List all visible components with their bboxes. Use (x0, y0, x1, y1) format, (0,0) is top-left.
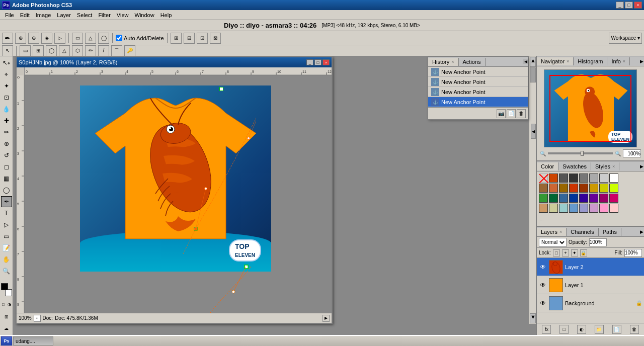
swatch-magenta[interactable] (599, 194, 608, 203)
menu-layer[interactable]: Layer (54, 11, 74, 19)
swatch-light-teal[interactable] (559, 204, 568, 213)
move-tool-btn[interactable]: ↖✥ (1, 57, 12, 68)
menu-help[interactable]: Help (157, 11, 175, 19)
canvas-title-controls[interactable]: _ □ × (306, 59, 330, 65)
opacity-input[interactable] (589, 238, 607, 246)
lock-all-btn[interactable]: 🔒 (580, 249, 587, 256)
nav-zoom-thumb[interactable] (581, 151, 584, 156)
crop-tool-btn[interactable]: ⊡ (1, 92, 12, 103)
swatch-dark-gray[interactable] (559, 174, 568, 183)
swatch-tan[interactable] (539, 184, 548, 193)
history-item-3[interactable]: ⚓ New Anchor Point (428, 87, 528, 97)
layer-row-background[interactable]: 👁 Background 🔒 (537, 294, 644, 312)
history-delete-btn[interactable]: 🗑 (517, 109, 526, 118)
swatch-pink[interactable] (599, 204, 608, 213)
title-bar-controls[interactable]: _ □ × (616, 2, 642, 9)
background-color[interactable] (5, 289, 12, 296)
pen-tool-option1[interactable]: ✒ (2, 33, 13, 44)
canvas-minimize-btn[interactable]: _ (306, 59, 313, 65)
swatch-dark-pink[interactable] (609, 194, 618, 203)
tool-option-9[interactable]: ⌒ (111, 45, 122, 56)
tool-option-3[interactable]: ⊞ (33, 45, 44, 56)
menu-edit[interactable]: Edit (17, 11, 33, 19)
tab-paths[interactable]: Paths (599, 228, 621, 236)
menu-window[interactable]: Window (132, 11, 157, 19)
add-mask-btn[interactable]: □ (559, 325, 569, 334)
normal-mode-btn[interactable]: □ (1, 299, 6, 310)
tab-swatches[interactable]: Swatches (558, 162, 591, 170)
dodge-btn[interactable]: ◯ (1, 185, 12, 196)
nav-options-btn[interactable]: ▶ (639, 59, 644, 64)
close-button[interactable]: × (634, 2, 642, 9)
swatch-brown-orange[interactable] (549, 184, 558, 193)
color-options-btn[interactable]: ▶ (639, 164, 644, 169)
tool-option-6[interactable]: ⬡ (72, 45, 83, 56)
path-select-btn[interactable]: ▷ (1, 219, 12, 230)
swatch-gray[interactable] (579, 174, 588, 183)
layer1-visibility-btn[interactable]: 👁 (539, 281, 547, 289)
menu-image[interactable]: Image (33, 11, 54, 19)
zoom-indicator-btn[interactable]: ↔ (34, 315, 41, 322)
lock-pixels-btn[interactable]: + (562, 249, 569, 256)
shape-tool-btn[interactable]: ▭ (1, 231, 12, 242)
swatch-lighter-gray[interactable] (599, 174, 608, 183)
tab-info[interactable]: Info × (607, 57, 630, 65)
tab-layers[interactable]: Layers × (537, 228, 567, 236)
tool-option-2[interactable]: ▭ (20, 45, 31, 56)
tab-history[interactable]: History × (428, 58, 459, 66)
menu-select[interactable]: Select (74, 11, 96, 19)
pen-tool-option2[interactable]: ⊕ (15, 33, 26, 44)
auto-add-delete-checkbox[interactable] (116, 35, 122, 41)
nav-zoom-track[interactable] (548, 152, 613, 154)
tool-option-8[interactable]: / (98, 45, 109, 56)
snap-btn1[interactable]: ⊞ (171, 33, 182, 44)
brush-tool-btn[interactable]: ✏ (1, 127, 12, 138)
screen-mode-btn[interactable]: ⊞ (1, 311, 12, 322)
tool-option-10[interactable]: 🔑 (124, 45, 135, 56)
fill-mode-btn[interactable]: ◯ (98, 33, 109, 44)
magic-wand-btn[interactable]: ✦ (1, 80, 12, 92)
tool-option-4[interactable]: ◯ (46, 45, 57, 56)
blend-mode-select[interactable]: Normal (539, 238, 567, 247)
new-layer-btn[interactable]: 📄 (612, 325, 621, 334)
gradient-btn[interactable]: ▦ (1, 173, 12, 184)
workspace-btn[interactable]: Workspace ▾ (609, 33, 642, 44)
swatch-periwinkle[interactable] (579, 204, 588, 213)
swatch-dark-purple[interactable] (589, 194, 598, 203)
new-adjustment-btn[interactable]: ◐ (577, 325, 586, 334)
clone-tool-btn[interactable]: ⊕ (1, 138, 12, 149)
menu-filter[interactable]: Filter (95, 11, 113, 19)
history-new-doc-btn[interactable]: 📄 (507, 109, 516, 118)
hand-tool-btn[interactable]: ✋ (1, 254, 12, 265)
tab-histogram[interactable]: Histogram (574, 57, 607, 65)
pen-tool-option4[interactable]: ◈ (41, 33, 52, 44)
vscroll-up-btn[interactable]: ▲ (530, 57, 536, 67)
swatch-purple[interactable] (579, 194, 588, 203)
nav-view-rect[interactable] (549, 75, 631, 142)
layer2-visibility-btn[interactable]: 👁 (539, 263, 547, 271)
history-brush-btn[interactable]: ↺ (1, 150, 12, 161)
swatch-green[interactable] (539, 194, 548, 203)
background-visibility-btn[interactable]: 👁 (539, 299, 547, 307)
layer-fx-btn[interactable]: fx (542, 325, 551, 334)
swatch-light-gray[interactable] (589, 174, 598, 183)
new-group-btn[interactable]: 📁 (595, 325, 604, 334)
pen-tool-option5[interactable]: ▷ (54, 33, 65, 44)
taskbar-item-udang[interactable]: udang.... (13, 336, 53, 345)
layers-options-btn[interactable]: ▶ (639, 229, 644, 234)
swatch-white[interactable] (609, 174, 618, 183)
history-item-1[interactable]: ⚓ New Anchor Point (428, 67, 528, 77)
lasso-tool-btn[interactable]: ⌖ (1, 69, 12, 80)
nav-zoom-minus[interactable]: 🔍 (540, 151, 546, 156)
tab-channels[interactable]: Channels (567, 228, 598, 236)
notes-tool-btn[interactable]: 📝 (1, 242, 12, 253)
shape-mode-btn[interactable]: △ (85, 33, 96, 44)
layer-row-layer1[interactable]: 👁 Layer 1 (537, 276, 644, 294)
history-item-4[interactable]: ⚓ New Anchor Point (428, 97, 528, 107)
maximize-button[interactable]: □ (625, 2, 633, 9)
swatch-yellow-green[interactable] (609, 184, 618, 193)
nav-zoom-input[interactable] (623, 149, 641, 157)
swatch-steel-blue[interactable] (559, 194, 568, 203)
eraser-btn[interactable]: ◻ (1, 161, 12, 172)
snap-btn2[interactable]: ⊟ (184, 33, 195, 44)
